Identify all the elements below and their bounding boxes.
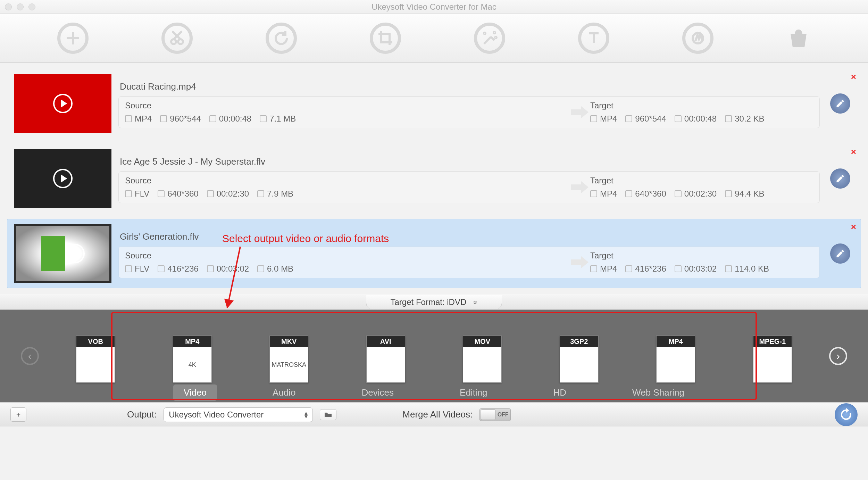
size-icon [260,115,267,122]
category-tab-devices[interactable]: Devices [351,384,404,401]
target-format-label: Target Format: iDVD [391,297,467,307]
resolution-icon [158,190,165,197]
annotation-label: Select output video or audio formats [222,233,389,245]
category-tab-hd[interactable]: HD [543,384,577,401]
format-option-mp4[interactable]: MP4 [656,336,695,383]
remove-file-button[interactable]: × [851,147,856,157]
source-label: Source [125,101,569,110]
file-info-box: Source MP4 960*544 00:00:48 7.1 MB Targe… [118,96,820,128]
text-icon[interactable] [578,23,609,54]
category-tab-web sharing[interactable]: Web Sharing [622,384,695,401]
play-icon[interactable] [65,244,85,263]
format-option-mpeg-1[interactable]: MPEG-1 [753,336,792,383]
file-name: Ice Age 5 Jessie J - My Superstar.flv [120,156,820,167]
add-icon[interactable] [57,23,89,54]
resolution-icon [625,190,632,197]
add-small-button[interactable]: ＋ [10,407,26,422]
crop-icon[interactable] [370,23,401,54]
file-row[interactable]: × Ice Age 5 Jessie J - My Superstar.flv … [7,144,861,213]
play-icon[interactable] [53,169,73,188]
resolution-icon [158,265,165,272]
format-selector-panel: ‹ VOB MP4 4K MKV MATROSKA AVI MOV 3GP2 M… [0,310,868,402]
arrow-right-icon [569,180,590,194]
output-label: Output: [127,409,157,420]
duration-icon [675,115,682,122]
duration-icon [675,190,682,197]
category-tab-editing[interactable]: Editing [449,384,498,401]
stat-line: FLV 416*236 00:03:02 6.0 MB [125,264,569,274]
format-icon [590,115,597,122]
file-name: Ducati Racing.mp4 [120,81,820,92]
format-option-3gp2[interactable]: 3GP2 [560,336,599,383]
video-thumbnail[interactable] [14,74,111,133]
size-icon [725,115,732,122]
stat-line: MP4 640*360 00:02:30 94.4 KB [590,189,771,199]
effects-icon[interactable] [474,23,505,54]
format-body: MATROSKA [270,347,308,382]
video-thumbnail[interactable] [14,224,111,283]
target-format-bar[interactable]: Target Format: iDVD [0,294,868,310]
play-icon[interactable] [53,94,73,113]
svg-point-1 [178,39,183,44]
category-tabs: VideoAudioDevicesEditingHDWeb Sharing [0,383,868,402]
format-head: MKV [270,336,308,347]
remove-file-button[interactable]: × [851,72,856,82]
category-tab-audio[interactable]: Audio [262,384,306,401]
size-icon [257,265,264,272]
resolution-icon [160,115,167,122]
format-body [463,347,501,382]
source-label: Source [125,176,569,185]
format-icon [590,190,597,197]
output-folder-select[interactable]: Ukeysoft Video Converter ▴▾ [164,407,313,422]
format-option-mp4[interactable]: MP4 4K [173,336,212,383]
formats-prev-button[interactable]: ‹ [21,347,39,365]
resolution-icon [625,115,632,122]
format-icon [125,190,132,197]
merge-toggle[interactable]: OFF [479,408,511,421]
format-head: MPEG-1 [753,336,792,347]
target-label: Target [590,176,771,185]
file-info-box: Source FLV 640*360 00:02:30 7.9 MB Targe… [118,171,820,203]
edit-file-button[interactable] [830,93,850,114]
video-thumbnail[interactable] [14,149,111,208]
shop-icon[interactable] [786,26,811,50]
chevron-down-icon [473,297,477,307]
stat-line: MP4 960*544 00:00:48 30.2 KB [590,114,771,124]
svg-point-2 [484,33,485,34]
stat-line: MP4 960*544 00:00:48 7.1 MB [125,114,569,124]
target-format-dropdown[interactable]: Target Format: iDVD [366,295,502,309]
format-list: VOB MP4 4K MKV MATROSKA AVI MOV 3GP2 MP4… [47,329,821,383]
watermark-icon[interactable] [682,23,713,54]
rotate-icon[interactable] [266,23,297,54]
browse-folder-button[interactable] [320,409,336,420]
file-list: × Ducati Racing.mp4 Source MP4 960*544 0… [0,63,868,288]
main-toolbar [0,14,868,63]
format-option-vob[interactable]: VOB [76,336,115,383]
file-row[interactable]: × Girls' Generation.flv Source FLV 416*2… [7,219,861,288]
size-icon [257,190,264,197]
convert-button[interactable] [835,403,858,426]
select-chevrons-icon: ▴▾ [304,411,308,418]
stat-line: MP4 416*236 00:03:02 114.0 KB [590,264,771,274]
source-label: Source [125,251,569,260]
edit-file-button[interactable] [830,243,850,264]
format-head: 3GP2 [560,336,598,347]
titlebar: Ukeysoft Video Converter for Mac [0,0,868,14]
remove-file-button[interactable]: × [851,222,856,232]
arrow-right-icon [569,105,590,119]
format-icon [590,265,597,272]
format-option-mkv[interactable]: MKV MATROSKA [269,336,308,383]
format-icon [125,265,132,272]
format-option-avi[interactable]: AVI [366,336,405,383]
format-head: MOV [463,336,501,347]
format-option-mov[interactable]: MOV [463,336,502,383]
target-label: Target [590,101,771,110]
edit-file-button[interactable] [830,168,850,189]
svg-point-4 [495,37,496,38]
category-tab-video[interactable]: Video [173,384,217,401]
formats-next-button[interactable]: › [829,347,847,365]
trim-icon[interactable] [161,23,193,54]
size-icon [725,190,732,197]
merge-label: Merge All Videos: [402,409,473,420]
file-row[interactable]: × Ducati Racing.mp4 Source MP4 960*544 0… [7,69,861,138]
